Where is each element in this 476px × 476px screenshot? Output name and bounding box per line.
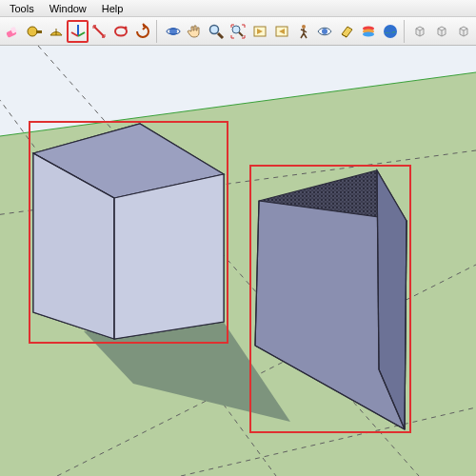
toolbar-separator-2 xyxy=(404,20,407,43)
menu-help[interactable]: Help xyxy=(94,2,131,15)
protractor-button[interactable] xyxy=(46,20,67,43)
menu-tools[interactable]: Tools xyxy=(2,2,42,15)
axes-button[interactable] xyxy=(67,20,88,43)
svg-point-2 xyxy=(28,27,37,36)
svg-line-14 xyxy=(239,32,243,36)
walk-button[interactable] xyxy=(293,20,314,43)
menu-bar: Tools Window Help xyxy=(0,0,476,17)
toolbar xyxy=(0,17,476,46)
previous-view-button[interactable] xyxy=(249,20,270,43)
svg-point-17 xyxy=(302,25,306,29)
svg-point-11 xyxy=(210,25,219,33)
svg-rect-3 xyxy=(36,30,42,33)
svg-point-23 xyxy=(384,25,397,38)
section-plane-button[interactable] xyxy=(336,20,357,43)
look-around-button[interactable] xyxy=(315,20,336,43)
viewport-3d[interactable] xyxy=(0,46,476,476)
cube-toggle-1-button[interactable] xyxy=(410,20,431,43)
next-view-button[interactable] xyxy=(271,20,292,43)
menu-window[interactable]: Window xyxy=(42,2,94,15)
text3d-button[interactable] xyxy=(110,20,131,43)
selection-highlight-right xyxy=(249,165,411,433)
pan-button[interactable] xyxy=(185,20,206,43)
svg-line-6 xyxy=(71,32,78,36)
toolbar-separator xyxy=(156,20,160,43)
cube-toggle-3-button[interactable] xyxy=(453,20,474,43)
svg-point-13 xyxy=(232,26,240,33)
dimension-button[interactable] xyxy=(89,20,110,43)
orbit-button[interactable] xyxy=(163,20,184,43)
zoom-button[interactable] xyxy=(206,20,227,43)
svg-line-12 xyxy=(218,33,223,38)
layers-button[interactable] xyxy=(358,20,379,43)
cube-toggle-2-button[interactable] xyxy=(431,20,452,43)
selection-highlight-left xyxy=(29,121,228,344)
zoom-extents-button[interactable] xyxy=(228,20,248,43)
google-earth-button[interactable] xyxy=(380,20,401,43)
svg-point-22 xyxy=(363,31,374,36)
svg-point-8 xyxy=(125,26,128,29)
svg-line-7 xyxy=(78,32,85,36)
follow-me-button[interactable] xyxy=(132,20,153,43)
tape-measure-button[interactable] xyxy=(24,20,45,43)
eraser-button[interactable] xyxy=(2,20,23,43)
svg-point-18 xyxy=(322,29,327,34)
